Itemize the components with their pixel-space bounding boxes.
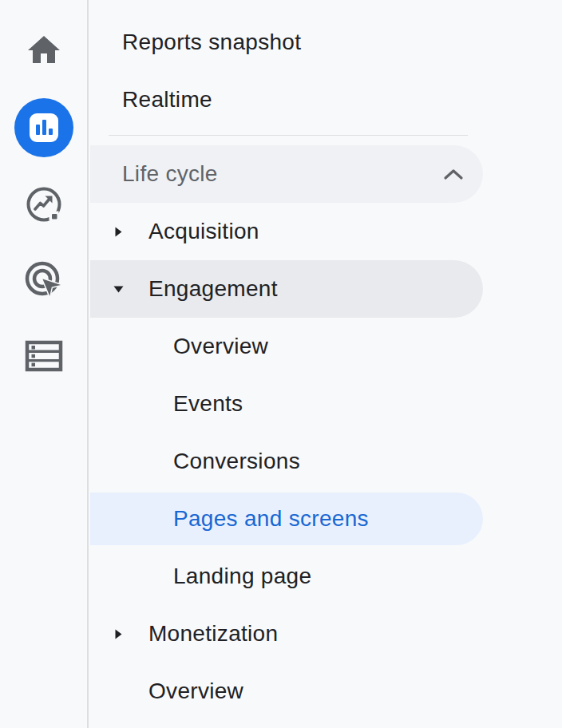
nav-item-events[interactable]: Events (90, 375, 562, 433)
nav-item-realtime[interactable]: Realtime (90, 71, 562, 129)
library-icon[interactable] (25, 339, 63, 373)
reports-active-circle (14, 98, 73, 157)
nav-section-label: Acquisition (148, 219, 259, 244)
triangle-right-icon (112, 226, 125, 238)
reports-nav-menu: Reports snapshot Realtime Life cycle Acq… (90, 0, 562, 728)
explore-icon-glyph (23, 184, 65, 225)
explore-icon[interactable] (23, 184, 65, 225)
nav-item-conversions[interactable]: Conversions (90, 433, 562, 490)
nav-item-label: Realtime (122, 87, 212, 113)
nav-item-label: Reports snapshot (122, 30, 301, 55)
analytics-navigation-panel: Reports snapshot Realtime Life cycle Acq… (0, 0, 562, 728)
nav-item-engagement-overview[interactable]: Overview (90, 318, 562, 375)
advertising-icon[interactable] (22, 259, 65, 302)
collection-header-life-cycle[interactable]: Life cycle (90, 145, 483, 203)
bar-chart-icon (27, 111, 61, 144)
nav-item-pages-and-screens[interactable]: Pages and screens (90, 490, 562, 548)
nav-section-label: Engagement (148, 276, 278, 302)
nav-item-label: Overview (148, 679, 243, 704)
nav-section-acquisition[interactable]: Acquisition (90, 203, 562, 260)
nav-item-label: Pages and screens (173, 506, 369, 532)
home-icon[interactable] (25, 31, 63, 69)
nav-section-label: Monetization (148, 621, 278, 647)
nav-item-label: Overview (173, 334, 268, 359)
nav-section-engagement[interactable]: Engagement (90, 260, 483, 318)
library-icon-glyph (25, 339, 63, 373)
advertising-icon-glyph (22, 259, 65, 302)
nav-item-reports-snapshot[interactable]: Reports snapshot (90, 14, 562, 71)
menu-divider (109, 135, 468, 136)
nav-section-monetization[interactable]: Monetization (90, 605, 562, 663)
nav-item-overview-bottom[interactable]: Overview (90, 663, 562, 720)
triangle-down-icon (112, 285, 125, 294)
icon-rail (0, 0, 89, 728)
nav-item-label: Events (173, 391, 243, 417)
nav-item-label: Conversions (173, 449, 300, 474)
chevron-up-icon[interactable] (442, 163, 465, 185)
nav-item-label: Landing page (173, 564, 311, 589)
nav-item-landing-page[interactable]: Landing page (90, 548, 562, 605)
home-icon-glyph (25, 31, 63, 69)
triangle-right-icon (112, 628, 125, 640)
reports-icon[interactable] (14, 98, 73, 157)
collection-header-label: Life cycle (122, 161, 218, 187)
